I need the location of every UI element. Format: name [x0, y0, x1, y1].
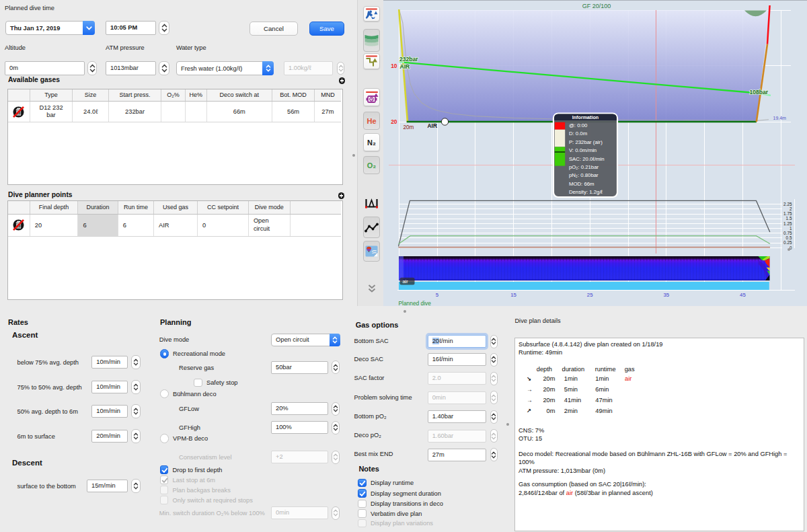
- drop-to-first-depth-checkbox[interactable]: [160, 465, 169, 474]
- scale-button[interactable]: [363, 6, 380, 22]
- gases-col-startpress[interactable]: Start press.: [109, 89, 161, 102]
- add-point-button[interactable]: [338, 192, 345, 199]
- point-divemode-cell[interactable]: Opencircuit: [248, 214, 290, 236]
- point-ccsetpoint-cell[interactable]: 0: [198, 214, 249, 236]
- time-field[interactable]: 10:05 PM: [106, 21, 156, 35]
- water-type-combo-cap[interactable]: [262, 61, 274, 75]
- problem-time-spinner[interactable]: [490, 391, 498, 404]
- gas-startpress-cell[interactable]: 232bar: [109, 102, 161, 122]
- bottom-po2-field[interactable]: 1.40bar: [428, 410, 486, 423]
- dive-mode-combo-cap[interactable]: [330, 334, 341, 347]
- gas-mnd-cell[interactable]: 27m: [315, 102, 341, 122]
- conservatism-field[interactable]: +2: [271, 451, 328, 463]
- point-usedgas-cell[interactable]: AIR: [154, 214, 198, 236]
- problem-time-field[interactable]: 0min: [428, 391, 486, 404]
- points-col-usedgas[interactable]: Used gas: [154, 201, 198, 214]
- gas-type-cell[interactable]: D12 232 bar: [30, 102, 72, 122]
- water-type-combo[interactable]: Fresh water (1.00kg/ℓ): [176, 61, 274, 75]
- rate-75to50-spinner[interactable]: [131, 380, 141, 394]
- descent-rate-spinner[interactable]: [131, 479, 141, 493]
- information-tooltip[interactable]: Information @: 0:00 D: 0.0m P: 232bar (a…: [553, 114, 617, 198]
- reserve-gas-spinner[interactable]: [332, 360, 340, 374]
- splitter-handle[interactable]: [352, 154, 355, 157]
- points-col-ccsetpoint[interactable]: CC setpoint: [198, 201, 249, 214]
- points-col-icon[interactable]: [8, 201, 30, 214]
- gas-o2-cell[interactable]: [161, 102, 186, 122]
- atm-pressure-spinner[interactable]: [159, 61, 169, 75]
- rate-below75-spinner[interactable]: [131, 355, 141, 369]
- sac-factor-field[interactable]: 2.0: [428, 372, 486, 385]
- deco-po2-field[interactable]: 1.60bar: [428, 430, 486, 443]
- gflow-field[interactable]: 20%: [271, 402, 328, 415]
- dive-profile-chart[interactable]: 2.25 2 1.75 1.5 1.25 1 0.75 0.5 0.25 0: [383, 0, 807, 307]
- calc-ceiling-button[interactable]: [363, 88, 380, 106]
- splitter-handle[interactable]: [404, 310, 406, 313]
- density-field[interactable]: 1.00kg/ℓ: [284, 61, 333, 75]
- display-plan-variations-checkbox[interactable]: [358, 519, 367, 528]
- min-switch-spinner[interactable]: [332, 506, 340, 520]
- gases-col-type[interactable]: Type: [30, 89, 72, 102]
- splitter-handle[interactable]: [506, 423, 509, 426]
- vpmb-deco-radio[interactable]: [160, 434, 169, 443]
- toggle-o2-button[interactable]: O₂: [363, 156, 380, 174]
- add-gas-button[interactable]: [339, 77, 346, 84]
- rate-50to6-field[interactable]: 10m/min: [91, 405, 128, 418]
- buhlmann-deco-radio[interactable]: [160, 389, 169, 399]
- display-runtime-checkbox[interactable]: [358, 479, 367, 488]
- best-mix-end-spinner[interactable]: [490, 448, 498, 461]
- min-switch-field[interactable]: 0min: [271, 506, 328, 519]
- rate-6tosurface-field[interactable]: 20m/min: [91, 430, 128, 443]
- display-segment-duration-checkbox[interactable]: [358, 489, 367, 498]
- point-finaldepth-cell[interactable]: 20: [30, 214, 78, 236]
- descent-rate-field[interactable]: 15m/min: [87, 480, 128, 492]
- gflow-spinner[interactable]: [332, 402, 340, 416]
- planner-point-row[interactable]: 20 6 6 AIR 0 Opencircuit: [8, 214, 341, 236]
- bottom-sac-spinner[interactable]: [490, 335, 498, 348]
- collapse-toolbar-button[interactable]: [363, 280, 380, 297]
- delete-point-icon[interactable]: [12, 219, 25, 231]
- cancel-button[interactable]: Cancel: [249, 22, 298, 36]
- atm-pressure-field[interactable]: 1013mbar: [106, 61, 156, 75]
- points-col-divemode[interactable]: Dive mode: [248, 201, 290, 214]
- deco-po2-spinner[interactable]: [490, 429, 498, 443]
- toggle-he-button[interactable]: He: [363, 112, 380, 130]
- time-spinner[interactable]: [159, 21, 169, 35]
- date-combo[interactable]: Thu Jan 17, 2019: [5, 21, 95, 35]
- backgas-breaks-checkbox[interactable]: [160, 486, 169, 494]
- points-col-finaldepth[interactable]: Final depth: [30, 201, 78, 214]
- bottom-sac-field[interactable]: 20ℓ/min: [428, 335, 486, 348]
- conservatism-spinner[interactable]: [332, 451, 340, 464]
- dive-plan-details-panel[interactable]: [514, 338, 804, 531]
- rate-50to6-spinner[interactable]: [131, 404, 141, 418]
- altitude-spinner[interactable]: [87, 61, 97, 75]
- toggle-n2-button[interactable]: N₂: [363, 133, 380, 151]
- reserve-gas-field[interactable]: 50bar: [271, 361, 328, 374]
- profile-point-handle[interactable]: [441, 118, 448, 125]
- gas-size-cell[interactable]: 24.0ℓ: [73, 102, 109, 122]
- point-runtime-cell[interactable]: 6: [118, 214, 153, 236]
- only-switch-checkbox[interactable]: [160, 496, 169, 504]
- mean-depth-button[interactable]: [363, 194, 380, 213]
- deco-sac-spinner[interactable]: [490, 353, 498, 367]
- date-combo-cap[interactable]: [83, 21, 95, 35]
- photo-button[interactable]: [363, 241, 380, 262]
- deco-sac-field[interactable]: 16ℓ/min: [428, 353, 486, 366]
- bottom-po2-spinner[interactable]: [490, 410, 498, 424]
- gases-col-o2[interactable]: O₂%: [161, 89, 186, 102]
- splitter-handle[interactable]: [787, 248, 790, 251]
- rate-below75-field[interactable]: 10m/min: [91, 356, 128, 369]
- gases-col-decoswitch[interactable]: Deco switch at: [206, 89, 272, 102]
- gas-he-cell[interactable]: [185, 102, 206, 122]
- pictures-button[interactable]: [363, 29, 380, 52]
- save-button[interactable]: Save: [309, 22, 344, 36]
- safety-stop-checkbox[interactable]: [194, 379, 202, 387]
- point-duration-cell[interactable]: 6: [78, 214, 118, 236]
- delete-gas-icon[interactable]: [12, 106, 25, 118]
- gases-col-size[interactable]: Size: [73, 89, 109, 102]
- rate-6tosurface-spinner[interactable]: [131, 429, 141, 443]
- last-stop-checkbox[interactable]: [160, 476, 169, 484]
- points-col-duration[interactable]: Duration: [78, 201, 118, 214]
- gas-botmod-cell[interactable]: 56m: [272, 102, 314, 122]
- recreational-mode-radio[interactable]: [160, 349, 169, 358]
- gfhigh-field[interactable]: 100%: [271, 421, 328, 434]
